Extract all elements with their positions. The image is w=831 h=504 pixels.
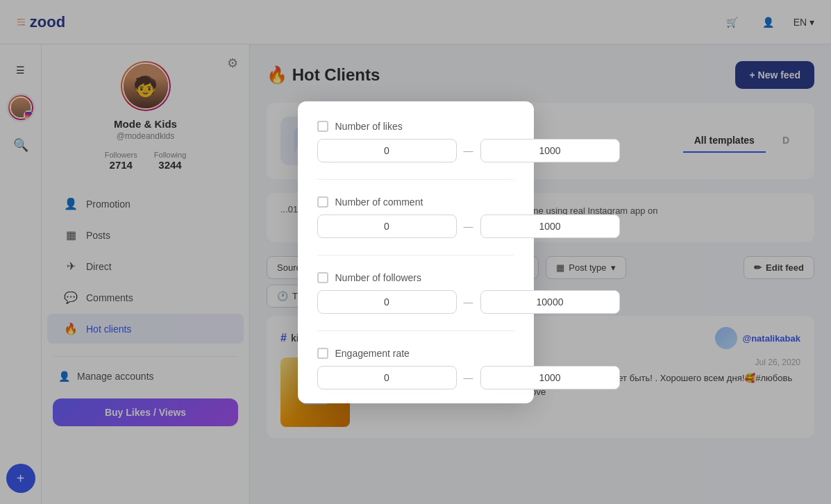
likes-range: —: [317, 139, 514, 162]
filter-modal-overlay[interactable]: Number of likes — Number of comment —: [0, 0, 831, 504]
engagement-min-input[interactable]: [317, 366, 457, 389]
engagement-filter-row: Engagement rate —: [317, 348, 514, 389]
comments-range: —: [317, 215, 514, 238]
likes-max-input[interactable]: [480, 139, 620, 162]
likes-dash: —: [464, 145, 473, 156]
engagement-filter-header: Engagement rate: [317, 348, 514, 359]
followers-dash: —: [464, 296, 473, 308]
comments-filter-label: Number of comment: [335, 196, 423, 208]
likes-min-input[interactable]: [317, 139, 457, 162]
separator-1: [317, 179, 514, 180]
followers-filter-label: Number of followers: [335, 272, 422, 283]
likes-filter-header: Number of likes: [317, 121, 514, 132]
engagement-max-input[interactable]: [480, 366, 620, 389]
separator-3: [317, 330, 514, 331]
comments-dash: —: [464, 221, 473, 232]
followers-checkbox[interactable]: [317, 272, 328, 283]
comments-max-input[interactable]: [480, 215, 620, 238]
followers-max-input[interactable]: [480, 290, 620, 314]
engagement-filter-label: Engagement rate: [335, 348, 410, 359]
likes-checkbox[interactable]: [317, 121, 328, 132]
followers-filter-header: Number of followers: [317, 272, 514, 283]
engagement-checkbox[interactable]: [317, 348, 328, 359]
comments-filter-row: Number of comment —: [317, 196, 514, 238]
followers-filter-row: Number of followers —: [317, 272, 514, 314]
comments-checkbox[interactable]: [317, 196, 328, 208]
separator-2: [317, 255, 514, 255]
followers-min-input[interactable]: [317, 290, 457, 314]
engagement-dash: —: [464, 372, 473, 383]
comments-min-input[interactable]: [317, 215, 457, 238]
engagement-range: —: [317, 366, 514, 389]
comments-filter-header: Number of comment: [317, 196, 514, 208]
likes-label: Number of likes: [335, 121, 403, 132]
followers-range: —: [317, 290, 514, 314]
filter-modal: Number of likes — Number of comment —: [298, 101, 534, 403]
likes-filter-row: Number of likes —: [317, 121, 514, 162]
